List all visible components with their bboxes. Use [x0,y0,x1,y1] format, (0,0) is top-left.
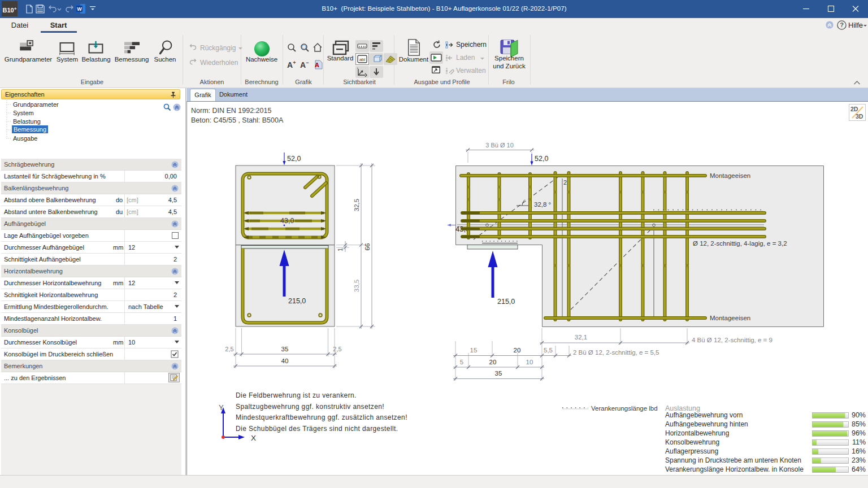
svg-text:64%: 64% [852,465,866,473]
svg-text:W: W [77,6,82,12]
svg-text:52,0: 52,0 [535,155,548,163]
svg-text:23%: 23% [852,456,866,464]
svg-text:32,5: 32,5 [353,199,360,211]
svg-text:Aufhängebewehrung hinten: Aufhängebewehrung hinten [665,420,748,428]
svg-text:10: 10 [526,359,533,365]
svg-text:abl: abl [359,57,366,62]
svg-text:43,0: 43,0 [280,217,294,225]
svg-text:Montageeisen: Montageeisen [710,172,750,179]
svg-text:32,1: 32,1 [575,334,587,341]
svg-text:215,0: 215,0 [288,297,306,305]
svg-text:Ø 12, 2-schnittig, 4-lagig, e: Ø 12, 2-schnittig, 4-lagig, e = 3,2 [693,240,787,247]
svg-text:3D: 3D [856,113,863,120]
svg-text:2: 2 [563,179,567,186]
svg-text:2,5: 2,5 [225,346,233,352]
svg-text:Spaltzugbewehrung ggf. konstru: Spaltzugbewehrung ggf. konstruktiv anset… [236,403,384,411]
svg-text:2 Bü Ø 12, 2-schnittig, e = 5,: 2 Bü Ø 12, 2-schnittig, e = 5,5 [573,349,659,356]
svg-text:52,0: 52,0 [287,155,301,163]
svg-text:Verankerungslänge lbd: Verankerungslänge lbd [591,405,658,412]
svg-text:90%: 90% [852,411,866,419]
svg-text:Aufhängebewehrung vorn: Aufhängebewehrung vorn [665,411,743,419]
svg-text:40: 40 [281,358,289,364]
svg-text:Konsolbewehrung: Konsolbewehrung [665,438,719,446]
svg-text:Montageeisen: Montageeisen [710,315,750,321]
svg-text:11%: 11% [852,438,866,446]
svg-text:4 Bü Ø 12, 2-schnittig, e = 9: 4 Bü Ø 12, 2-schnittig, e = 9 [692,337,772,343]
svg-text:85%: 85% [852,420,866,428]
svg-text:Horizontalbewehrung: Horizontalbewehrung [665,429,729,437]
svg-text:Beton: C45/55 , Stahl: B500A: Beton: C45/55 , Stahl: B500A [191,116,284,124]
svg-text:Mindestquerkraftbewehrung ggf.: Mindestquerkraftbewehrung ggf. zusätzlic… [236,413,407,421]
svg-text:16%: 16% [852,447,866,455]
svg-text:Die Feldberwehrung ist zu vera: Die Feldberwehrung ist zu verankern. [236,391,357,399]
svg-text:5,5: 5,5 [544,347,553,354]
svg-text:X: X [251,434,256,442]
svg-text:Norm: DIN EN 1992:2015: Norm: DIN EN 1992:2015 [191,107,271,115]
svg-text:1: 1 [337,248,344,251]
svg-text:33,5: 33,5 [353,280,360,292]
svg-text:Auflagerpressung: Auflagerpressung [665,447,718,455]
svg-text:A: A [315,62,319,68]
svg-text:Die Schubbügel des Trägers sin: Die Schubbügel des Trägers sind nicht da… [236,425,398,433]
svg-text:32,8 °: 32,8 ° [534,201,551,208]
svg-text:20: 20 [489,359,497,365]
svg-text:2D: 2D [850,106,858,112]
svg-text:Verankerungslänge Horizontalbe: Verankerungslänge Horizontalbew. in Kons… [665,465,804,473]
svg-text:2,5: 2,5 [333,346,341,352]
svg-text:35: 35 [281,346,289,352]
svg-text:Spannung in Druckstrebe am unt: Spannung in Druckstrebe am unteren Knote… [665,456,801,464]
svg-text:3 Bü Ø 10: 3 Bü Ø 10 [485,142,514,149]
svg-text:?: ? [840,21,844,28]
svg-text:20: 20 [514,347,521,354]
svg-text:215,0: 215,0 [497,298,515,306]
svg-text:35: 35 [495,370,502,377]
svg-text:5: 5 [460,359,463,365]
svg-text:15: 15 [470,347,478,354]
svg-text:66: 66 [364,243,371,251]
svg-text:96%: 96% [852,429,866,437]
